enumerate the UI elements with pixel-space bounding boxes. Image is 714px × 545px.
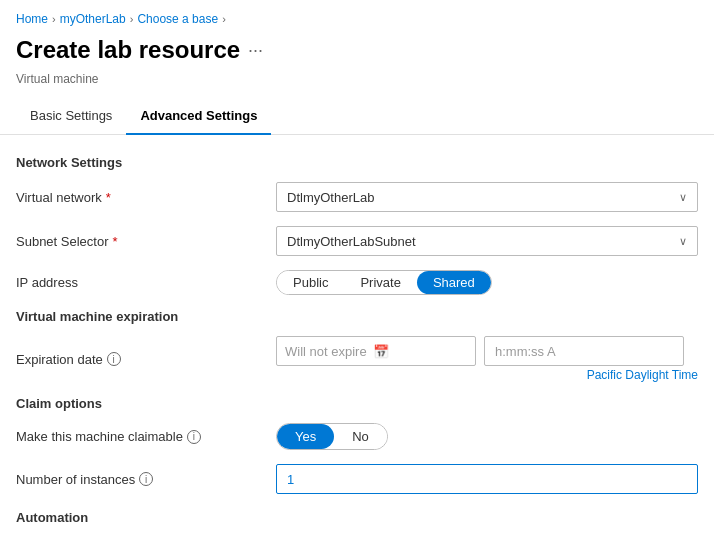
breadcrumb-lab[interactable]: myOtherLab: [60, 12, 126, 26]
calendar-icon: 📅: [373, 344, 389, 359]
claimable-toggle-group: Yes No: [276, 423, 388, 450]
expiration-date-row: Expiration date i Will not expire 📅 h:mm…: [16, 336, 698, 382]
automation-section: Automation View ARM template: [16, 510, 698, 545]
breadcrumb-sep-1: ›: [52, 13, 56, 25]
breadcrumb-home[interactable]: Home: [16, 12, 48, 26]
ip-address-row: IP address Public Private Shared: [16, 270, 698, 295]
claimable-info-icon[interactable]: i: [187, 430, 201, 444]
claimable-label: Make this machine claimable i: [16, 429, 276, 444]
breadcrumb-sep-3: ›: [222, 13, 226, 25]
content-area: Network Settings Virtual network * Dtlmy…: [0, 135, 714, 545]
expiration-date-label: Expiration date i: [16, 352, 276, 367]
ip-private-option[interactable]: Private: [344, 271, 416, 294]
claimable-row: Make this machine claimable i Yes No: [16, 423, 698, 450]
virtual-network-control: DtlmyOtherLab ∨: [276, 182, 698, 212]
subnet-selector-value: DtlmyOtherLabSubnet: [287, 234, 416, 249]
subnet-selector-control: DtlmyOtherLabSubnet ∨: [276, 226, 698, 256]
virtual-network-row: Virtual network * DtlmyOtherLab ∨: [16, 182, 698, 212]
ip-address-control: Public Private Shared: [276, 270, 698, 295]
claimable-control: Yes No: [276, 423, 698, 450]
page-title: Create lab resource: [16, 36, 240, 64]
expiration-time-placeholder: h:mm:ss A: [495, 344, 556, 359]
instances-control: [276, 464, 698, 494]
timezone-label: Pacific Daylight Time: [276, 368, 698, 382]
breadcrumb-base[interactable]: Choose a base: [137, 12, 218, 26]
subnet-selector-label: Subnet Selector *: [16, 234, 276, 249]
expiration-date-control: Will not expire 📅 h:mm:ss A Pacific Dayl…: [276, 336, 698, 382]
instances-info-icon[interactable]: i: [139, 472, 153, 486]
virtual-network-required: *: [106, 190, 111, 205]
instances-row: Number of instances i: [16, 464, 698, 494]
expiration-date-placeholder: Will not expire: [285, 344, 367, 359]
ip-address-label: IP address: [16, 275, 276, 290]
expiration-date-picker[interactable]: Will not expire 📅: [276, 336, 476, 366]
virtual-network-chevron-icon: ∨: [679, 191, 687, 204]
subnet-selector-row: Subnet Selector * DtlmyOtherLabSubnet ∨: [16, 226, 698, 256]
tabs-container: Basic Settings Advanced Settings: [0, 98, 714, 135]
automation-title: Automation: [16, 510, 698, 525]
breadcrumb: Home › myOtherLab › Choose a base ›: [0, 0, 714, 32]
ip-shared-option[interactable]: Shared: [417, 271, 491, 294]
tab-advanced-settings[interactable]: Advanced Settings: [126, 98, 271, 135]
expiration-info-icon[interactable]: i: [107, 352, 121, 366]
expiration-section-title: Virtual machine expiration: [16, 309, 698, 324]
claim-options-title: Claim options: [16, 396, 698, 411]
virtual-network-value: DtlmyOtherLab: [287, 190, 374, 205]
instances-label: Number of instances i: [16, 472, 276, 487]
subnet-chevron-icon: ∨: [679, 235, 687, 248]
expiration-time-picker[interactable]: h:mm:ss A: [484, 336, 684, 366]
ip-address-radio-group: Public Private Shared: [276, 270, 492, 295]
virtual-network-label: Virtual network *: [16, 190, 276, 205]
breadcrumb-sep-2: ›: [130, 13, 134, 25]
claimable-yes-option[interactable]: Yes: [277, 424, 334, 449]
instances-input[interactable]: [276, 464, 698, 494]
virtual-network-dropdown[interactable]: DtlmyOtherLab ∨: [276, 182, 698, 212]
page-header: Create lab resource ···: [0, 32, 714, 72]
more-options-icon[interactable]: ···: [248, 40, 263, 61]
subnet-selector-dropdown[interactable]: DtlmyOtherLabSubnet ∨: [276, 226, 698, 256]
ip-public-option[interactable]: Public: [277, 271, 344, 294]
network-settings-title: Network Settings: [16, 155, 698, 170]
claimable-no-option[interactable]: No: [334, 424, 387, 449]
tab-basic-settings[interactable]: Basic Settings: [16, 98, 126, 135]
subnet-required: *: [113, 234, 118, 249]
page-subtitle: Virtual machine: [0, 72, 714, 98]
